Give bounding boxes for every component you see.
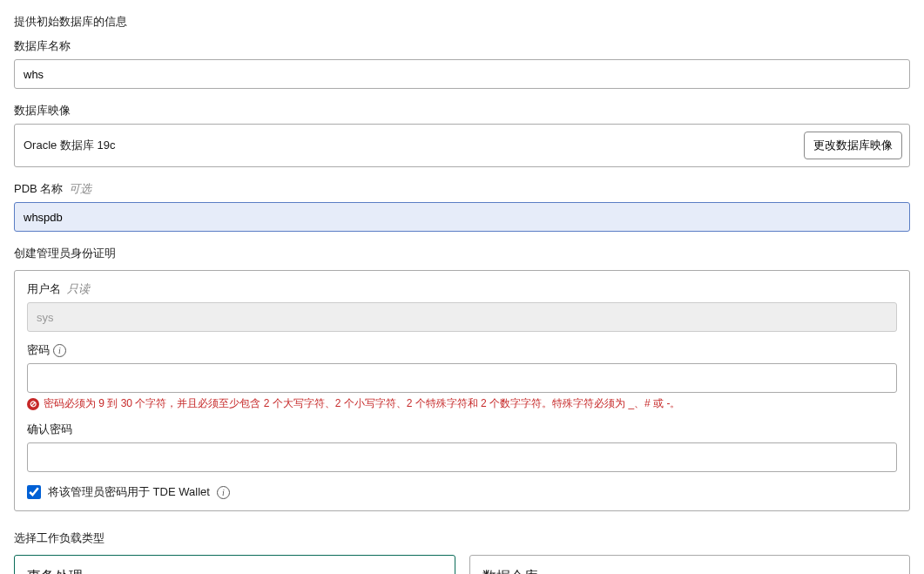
db-image-label: 数据库映像 [14, 103, 910, 118]
username-label: 用户名 只读 [27, 281, 897, 297]
password-label: 密码 i [27, 342, 897, 358]
workload-option-transaction[interactable]: 事务处理 将数据库配置为适合事务工作负载，并侧重于大量随机数据访问。 ✓ [14, 555, 455, 574]
workload-title: 数据仓库 [482, 568, 898, 574]
readonly-tag: 只读 [67, 281, 90, 297]
tde-wallet-checkbox[interactable] [27, 485, 41, 499]
pdb-name-label: PDB 名称 可选 [14, 181, 910, 197]
page-title: 提供初始数据库的信息 [14, 14, 910, 30]
change-db-image-button[interactable]: 更改数据库映像 [804, 132, 902, 159]
password-error: ⊘ 密码必须为 9 到 30 个字符，并且必须至少包含 2 个大写字符、2 个小… [27, 396, 897, 411]
error-icon: ⊘ [27, 398, 39, 410]
workload-option-warehouse[interactable]: 数据仓库 将数据库配置为适合决策支持或数据仓库工作负载，并侧重于大型数据扫描操作… [469, 555, 911, 574]
info-icon[interactable]: i [217, 486, 230, 499]
confirm-password-label: 确认密码 [27, 422, 897, 437]
optional-tag: 可选 [69, 181, 91, 197]
admin-section-label: 创建管理员身份证明 [14, 246, 910, 261]
db-image-value: Oracle 数据库 19c [15, 125, 797, 166]
password-input[interactable] [27, 363, 897, 393]
workload-title: 事务处理 [27, 568, 442, 574]
workload-section-label: 选择工作负载类型 [14, 530, 910, 546]
confirm-password-input[interactable] [27, 442, 897, 472]
tde-wallet-label: 将该管理员密码用于 TDE Wallet [48, 484, 210, 500]
info-icon[interactable]: i [53, 344, 66, 357]
username-input [27, 302, 897, 332]
db-name-input[interactable] [14, 59, 910, 89]
admin-credentials-box: 用户名 只读 密码 i ⊘ 密码必须为 9 到 30 个字符，并且必须至少包含 … [14, 270, 910, 511]
db-name-label: 数据库名称 [14, 38, 910, 54]
pdb-name-input[interactable] [14, 202, 910, 232]
